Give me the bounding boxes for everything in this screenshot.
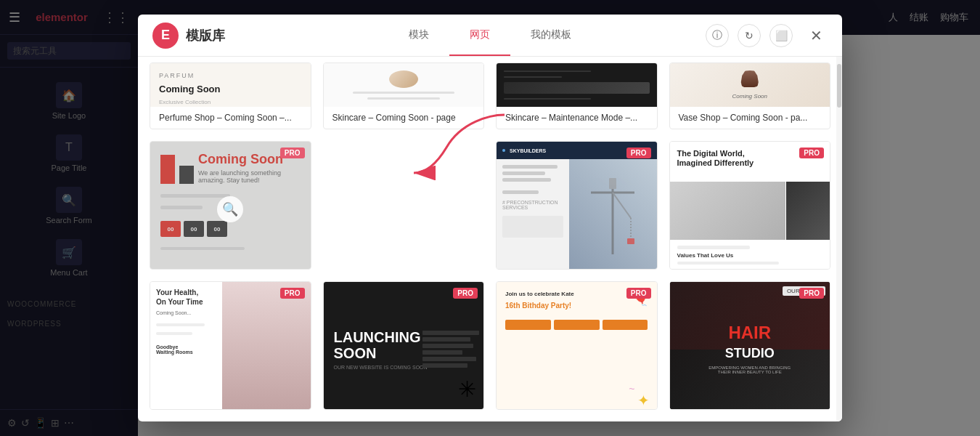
pro-badge: PRO (799, 288, 824, 299)
card-footer: Vase Shop – Coming Soon - pa... (670, 107, 830, 129)
modal-title: 模版库 (186, 27, 225, 44)
crane-svg (584, 174, 642, 262)
card-thumbnail (324, 63, 484, 107)
pro-badge: PRO (453, 288, 478, 299)
l-line-3 (422, 344, 473, 348)
card-thumbnail-health: PRO Your Health,On Your Time Coming Soon… (150, 282, 311, 410)
health-left: Your Health,On Your Time Coming Soon... … (150, 282, 222, 410)
pro-badge: PRO (280, 148, 305, 158)
template-card-skincare2[interactable]: Skincare – Maintenance Mode –... (496, 62, 658, 129)
card-footer: Skincare – Maintenance Mode –... (497, 107, 657, 129)
template-card-launching[interactable]: PRO LAUNCHINGSOON OUR NEW W (323, 281, 485, 410)
birthday-buttons (505, 320, 648, 330)
card-name: Perfume Shop – Coming Soon –... (159, 113, 292, 123)
skincare-line-1 (353, 92, 454, 94)
template-card-health[interactable]: PRO Your Health,On Your Time Coming Soon… (150, 281, 311, 410)
card-hover-overlay: 🔍 (150, 142, 311, 270)
modal-tabs: 模块 网页 我的模板 (388, 15, 592, 56)
c-services-block (502, 216, 563, 238)
pro-badge: PRO (626, 288, 651, 299)
health-line-2 (156, 332, 192, 335)
construction-img (569, 159, 657, 270)
card-thumbnail (497, 63, 657, 107)
dark-line-1 (504, 70, 591, 72)
creative-imgs (670, 182, 830, 240)
card-thumbnail-art: PRO Coming Soon We are launching somethi… (150, 142, 311, 270)
birthday-curl: ~ (629, 383, 634, 395)
tab-my-templates[interactable]: 我的模板 (510, 15, 592, 56)
card-name: Skincare – Coming Soon - page (332, 113, 456, 123)
info-button[interactable]: ⓘ (706, 24, 729, 47)
l-line-1 (422, 331, 479, 335)
card-footer: Skincare – Coming Soon - page (324, 107, 484, 129)
template-card-construction[interactable]: PRO SKYBUILDERS (496, 141, 658, 270)
card-thumbnail: Coming Soon (670, 63, 830, 107)
modal-scrollbar[interactable] (836, 57, 842, 421)
card-thumbnail-birthday: PRO 🎈 Join us to celebrate Kate 16th Bit… (497, 282, 657, 410)
card-name: Vase Shop – Coming Soon - pa... (679, 113, 808, 123)
pro-badge: PRO (626, 148, 651, 158)
birthday-star: ✦ (637, 392, 650, 409)
creative-bottom: Values That Love Us (670, 240, 830, 270)
bday-btn-2 (554, 320, 600, 330)
card-thumbnail-hair: PRO OUR SALON HAIR STUDIO EMPOWERING WOM… (670, 282, 830, 410)
scrollbar-thumb (837, 64, 841, 108)
l-line-4 (422, 350, 462, 355)
template-grid: PRO Coming Soon We are launching somethi… (138, 129, 842, 421)
pro-badge: PRO (799, 148, 824, 158)
template-card-hair[interactable]: PRO OUR SALON HAIR STUDIO EMPOWERING WOM… (669, 281, 831, 410)
c-line-2 (502, 171, 545, 175)
vase-shape (739, 70, 761, 87)
health-right (222, 282, 310, 410)
template-card-creative[interactable]: PRO The Digital World,Imagined Different… (669, 141, 831, 270)
template-card-vase[interactable]: Coming Soon Vase Shop – Coming Soon - pa… (669, 62, 831, 129)
refresh-button[interactable]: ↻ (738, 24, 761, 47)
construction-body: # PRECONSTRUCTION SERVICES (497, 159, 657, 270)
l-line-2 (422, 337, 470, 342)
template-card-skincare1[interactable]: Skincare – Coming Soon - page (323, 62, 485, 129)
creative-bottom-line-2 (677, 262, 779, 265)
template-card-art-magazine[interactable]: PRO Coming Soon We are launching somethi… (150, 141, 311, 270)
starburst-icon: ✳ (458, 376, 476, 402)
dark-line-2 (504, 76, 562, 78)
health-line-1 (156, 323, 205, 326)
creative-bottom-line-1 (677, 246, 750, 249)
skincare-line-2 (367, 97, 440, 100)
skincare-circle (389, 70, 418, 88)
bday-btn-3 (603, 320, 648, 330)
creative-img-2 (786, 182, 830, 240)
card-thumbnail: PARFUM Coming Soon Exclusive Collection (150, 63, 311, 107)
tab-modules[interactable]: 模块 (388, 15, 449, 56)
dark-line-3 (504, 98, 591, 100)
c-line-1 (502, 165, 558, 169)
template-card-perfume[interactable]: PARFUM Coming Soon Exclusive Collection … (150, 62, 311, 129)
creative-img-1 (670, 182, 786, 240)
modal-overlay[interactable]: E 模版库 模块 网页 我的模板 ⓘ ↻ ⬜ ✕ (0, 0, 980, 436)
template-library-modal: E 模版库 模块 网页 我的模板 ⓘ ↻ ⬜ ✕ (138, 15, 842, 421)
tab-pages[interactable]: 网页 (449, 15, 510, 56)
l-line-6 (422, 363, 467, 368)
construction-right (569, 159, 657, 270)
pro-badge: PRO (280, 288, 305, 299)
card-thumbnail-construction: PRO SKYBUILDERS (497, 142, 657, 270)
card-thumbnail-launching: PRO LAUNCHINGSOON OUR NEW W (324, 282, 484, 410)
construction-dot (502, 149, 505, 152)
bday-btn-1 (505, 320, 551, 330)
save-button[interactable]: ⬜ (769, 24, 793, 47)
c-line-4 (502, 190, 539, 194)
close-button[interactable]: ✕ (804, 24, 828, 47)
template-card-birthday[interactable]: PRO 🎈 Join us to celebrate Kate 16th Bit… (496, 281, 658, 410)
l-line-5 (422, 357, 476, 361)
svg-line-2 (613, 193, 631, 218)
svg-rect-5 (627, 238, 634, 244)
svg-rect-3 (609, 178, 616, 189)
c-line-3 (502, 178, 551, 182)
construction-left: # PRECONSTRUCTION SERVICES (497, 159, 569, 270)
card-thumbnail-creative: PRO The Digital World,Imagined Different… (670, 142, 830, 270)
dark-img (504, 82, 650, 94)
modal-actions: ⓘ ↻ ⬜ ✕ (706, 24, 828, 47)
modal-body: PARFUM Coming Soon Exclusive Collection … (138, 57, 842, 421)
card-name: Skincare – Maintenance Mode –... (505, 113, 637, 123)
modal-header: E 模版库 模块 网页 我的模板 ⓘ ↻ ⬜ ✕ (138, 15, 842, 57)
partial-top-row: PARFUM Coming Soon Exclusive Collection … (138, 62, 842, 129)
